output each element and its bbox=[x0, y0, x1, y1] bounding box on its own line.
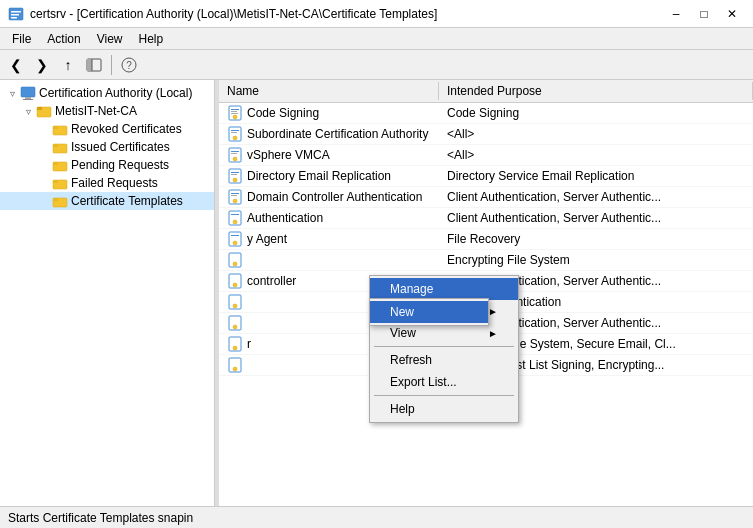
cell-name: Code Signing bbox=[219, 104, 439, 122]
svg-rect-30 bbox=[231, 130, 239, 131]
svg-rect-5 bbox=[87, 59, 92, 71]
title-bar: certsrv - [Certification Authority (Loca… bbox=[0, 0, 753, 28]
right-panel: Name Intended Purpose Code Signing Code … bbox=[219, 80, 753, 506]
window-title: certsrv - [Certification Authority (Loca… bbox=[30, 7, 437, 21]
submenu-new-item[interactable]: New bbox=[370, 301, 488, 323]
menu-file[interactable]: File bbox=[4, 30, 39, 48]
svg-rect-27 bbox=[231, 113, 238, 114]
pending-label: Pending Requests bbox=[71, 158, 169, 172]
ctx-manage[interactable]: Manage bbox=[370, 278, 518, 300]
revoked-expander bbox=[36, 121, 52, 137]
list-item[interactable]: y Agent File Recovery bbox=[219, 229, 753, 250]
list-item[interactable]: Authentication Client Authentication, Se… bbox=[219, 208, 753, 229]
forward-button[interactable]: ❯ bbox=[30, 53, 54, 77]
minimize-button[interactable]: – bbox=[663, 4, 689, 24]
ctx-help[interactable]: Help bbox=[370, 398, 518, 420]
list-item[interactable]: Code Signing Code Signing bbox=[219, 103, 753, 124]
svg-point-36 bbox=[233, 157, 237, 161]
svg-rect-34 bbox=[231, 151, 239, 152]
list-item[interactable]: vSphere VMCA <All> bbox=[219, 145, 753, 166]
cell-purpose: <All> bbox=[439, 126, 753, 142]
ca-expander[interactable]: ▿ bbox=[20, 103, 36, 119]
svg-rect-2 bbox=[11, 14, 19, 16]
cell-purpose: Client Authentication, Server Authentic.… bbox=[439, 189, 753, 205]
toolbar-separator bbox=[111, 55, 112, 75]
folder-icon-issued bbox=[52, 139, 68, 155]
root-expander[interactable]: ▿ bbox=[4, 85, 20, 101]
menu-view[interactable]: View bbox=[89, 30, 131, 48]
cell-name: vSphere VMCA bbox=[219, 146, 439, 164]
show-hide-button[interactable] bbox=[82, 53, 106, 77]
list-item[interactable]: Directory Email Replication Directory Se… bbox=[219, 166, 753, 187]
tree-failed[interactable]: Failed Requests bbox=[0, 174, 214, 192]
toolbar: ❮ ❯ ↑ ? bbox=[0, 50, 753, 80]
folder-icon-pending bbox=[52, 157, 68, 173]
tree-pending[interactable]: Pending Requests bbox=[0, 156, 214, 174]
svg-point-52 bbox=[233, 262, 237, 266]
status-text: Starts Certificate Templates snapin bbox=[8, 511, 193, 525]
svg-point-47 bbox=[233, 220, 237, 224]
svg-rect-15 bbox=[53, 126, 58, 129]
issued-label: Issued Certificates bbox=[71, 140, 170, 154]
templates-label: Certificate Templates bbox=[71, 194, 183, 208]
main-container: ▿ Certification Authority (Local) ▿ Meti bbox=[0, 80, 753, 506]
tree-templates[interactable]: Certificate Templates bbox=[0, 192, 214, 210]
list-item[interactable]: Domain Controller Authentication Client … bbox=[219, 187, 753, 208]
svg-rect-1 bbox=[11, 11, 21, 13]
svg-rect-46 bbox=[231, 214, 239, 215]
root-label: Certification Authority (Local) bbox=[39, 86, 192, 100]
svg-text:?: ? bbox=[126, 60, 132, 71]
svg-rect-17 bbox=[53, 144, 58, 147]
ctx-export[interactable]: Export List... bbox=[370, 371, 518, 393]
tree-ca[interactable]: ▿ MetisIT-Net-CA bbox=[0, 102, 214, 120]
tree-root[interactable]: ▿ Certification Authority (Local) bbox=[0, 84, 214, 102]
help-toolbar-button[interactable]: ? bbox=[117, 53, 141, 77]
back-button[interactable]: ❮ bbox=[4, 53, 28, 77]
close-button[interactable]: ✕ bbox=[719, 4, 745, 24]
cell-purpose: <All> bbox=[439, 147, 753, 163]
cell-name: Directory Email Replication bbox=[219, 167, 439, 185]
tree-revoked[interactable]: Revoked Certificates bbox=[0, 120, 214, 138]
list-item[interactable]: Subordinate Certification Authority <All… bbox=[219, 124, 753, 145]
tree-issued[interactable]: Issued Certificates bbox=[0, 138, 214, 156]
ctx-sep-2 bbox=[374, 395, 514, 396]
ctx-refresh[interactable]: Refresh bbox=[370, 349, 518, 371]
svg-rect-9 bbox=[21, 87, 35, 97]
svg-point-44 bbox=[233, 199, 237, 203]
svg-rect-31 bbox=[231, 132, 237, 133]
list-item[interactable]: Encrypting File System bbox=[219, 250, 753, 271]
new-submenu: New bbox=[369, 298, 489, 326]
svg-point-54 bbox=[233, 283, 237, 287]
svg-point-58 bbox=[233, 325, 237, 329]
menu-action[interactable]: Action bbox=[39, 30, 88, 48]
menu-help[interactable]: Help bbox=[131, 30, 172, 48]
svg-point-56 bbox=[233, 304, 237, 308]
up-button[interactable]: ↑ bbox=[56, 53, 80, 77]
cell-name: Domain Controller Authentication bbox=[219, 188, 439, 206]
ca-label: MetisIT-Net-CA bbox=[55, 104, 137, 118]
computer-icon bbox=[20, 85, 36, 101]
cell-purpose: Encrypting File System bbox=[439, 252, 753, 268]
svg-rect-21 bbox=[53, 180, 58, 183]
cell-name: y Agent bbox=[219, 230, 439, 248]
svg-point-60 bbox=[233, 346, 237, 350]
svg-point-50 bbox=[233, 241, 237, 245]
menu-bar: File Action View Help bbox=[0, 28, 753, 50]
maximize-button[interactable]: □ bbox=[691, 4, 717, 24]
col-header-purpose[interactable]: Intended Purpose bbox=[439, 82, 753, 100]
cell-purpose: Code Signing bbox=[439, 105, 753, 121]
svg-rect-10 bbox=[25, 97, 31, 99]
column-headers: Name Intended Purpose bbox=[219, 80, 753, 103]
svg-rect-23 bbox=[53, 198, 58, 201]
svg-rect-39 bbox=[231, 174, 237, 175]
cell-purpose: File Recovery bbox=[439, 231, 753, 247]
svg-rect-49 bbox=[231, 235, 239, 236]
svg-rect-19 bbox=[53, 162, 58, 165]
col-header-name[interactable]: Name bbox=[219, 82, 439, 100]
svg-rect-43 bbox=[231, 195, 237, 196]
svg-rect-13 bbox=[37, 107, 42, 110]
cell-name bbox=[219, 251, 439, 269]
ctx-sep-1 bbox=[374, 346, 514, 347]
svg-point-32 bbox=[233, 136, 237, 140]
cell-name: Subordinate Certification Authority bbox=[219, 125, 439, 143]
